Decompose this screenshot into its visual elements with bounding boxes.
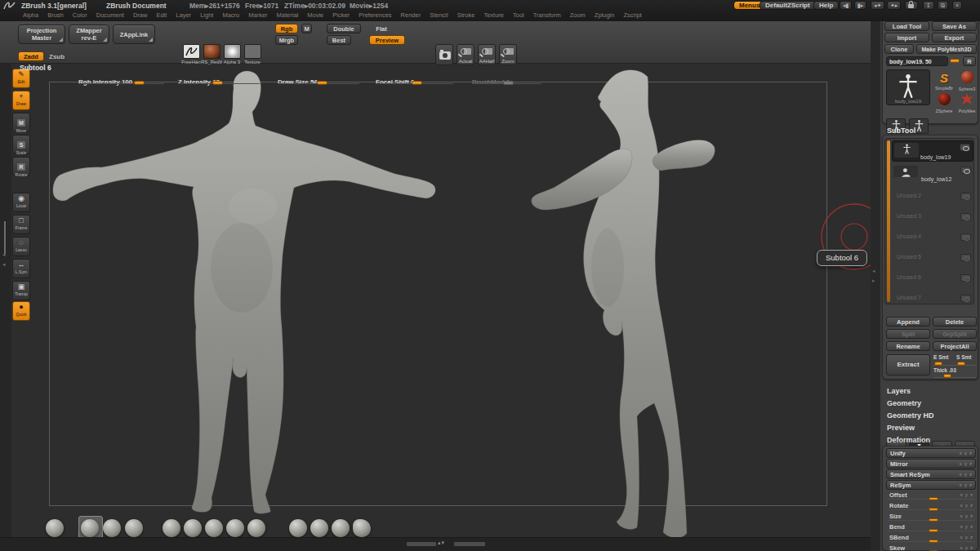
m-button[interactable]: M: [301, 24, 312, 33]
skew-slider[interactable]: Skew x y z: [886, 544, 976, 551]
menu-item-render[interactable]: Render: [401, 11, 421, 21]
right-tray-divider[interactable]: ◂ ▸: [871, 0, 880, 551]
slider-handle[interactable]: [950, 59, 960, 63]
slider-handle[interactable]: [503, 81, 514, 85]
divider-bar[interactable]: [454, 542, 485, 546]
subtool-section-header[interactable]: SubTool: [887, 127, 915, 135]
menu-item-edit[interactable]: Edit: [156, 11, 167, 21]
offset-slider[interactable]: Offset x y z: [886, 491, 976, 500]
menu-item-tool[interactable]: Tool: [513, 11, 524, 21]
axes-label[interactable]: x y z: [960, 472, 973, 477]
draw-size-slider[interactable]: Draw Size 56: [278, 73, 359, 84]
tool-simplebrush[interactable]: S SimpleBr: [933, 71, 955, 91]
axes-label[interactable]: x y z: [960, 535, 973, 540]
menu-item-document[interactable]: Document: [96, 11, 124, 21]
alpha-thumbnail[interactable]: [224, 44, 241, 59]
split-button[interactable]: Split: [886, 329, 930, 339]
tray-collapse-icon[interactable]: ◂: [872, 268, 875, 274]
frame-button[interactable]: □ Frame: [12, 215, 30, 234]
sculpt-viewport[interactable]: Subtool 6 Smooth Move Clay ClayTub Flatt…: [11, 64, 871, 537]
slider-handle[interactable]: [412, 81, 422, 85]
preview-button[interactable]: Preview: [369, 35, 405, 45]
subtool-item-unused-5[interactable]: Unused 5: [892, 247, 973, 265]
append-button[interactable]: Append: [886, 317, 930, 327]
geometry-hd-section-header[interactable]: Geometry HD: [887, 411, 934, 420]
zadd-button[interactable]: Zadd: [18, 51, 44, 61]
tool-name-slider[interactable]: body_low19. 50: [886, 56, 948, 66]
projection-master-button[interactable]: Projection Master: [18, 24, 65, 44]
slider-handle[interactable]: [957, 362, 965, 366]
menu-item-picker[interactable]: Picker: [332, 11, 350, 21]
size-slider[interactable]: Size x y z: [886, 512, 976, 522]
lasso-button[interactable]: ◌ Lasso: [12, 237, 30, 256]
slider-handle[interactable]: [929, 540, 938, 543]
subtool-item-body-low19[interactable]: body_low19: [892, 140, 973, 162]
slider-handle[interactable]: [929, 497, 938, 500]
menu-item-transform[interactable]: Transform: [533, 11, 561, 21]
texture-thumbnail[interactable]: [244, 44, 261, 59]
tray-expand-icon[interactable]: ▴▾: [438, 540, 445, 546]
help-button[interactable]: Help: [813, 1, 839, 10]
rgb-intensity-slider[interactable]: Rgb Intensity 100: [78, 73, 164, 84]
layers-section-header[interactable]: Layers: [887, 387, 911, 395]
subtool-scrollbar[interactable]: [887, 140, 890, 302]
double-button[interactable]: Double: [327, 24, 361, 33]
actual-button[interactable]: Actual: [457, 44, 474, 65]
menu-item-light[interactable]: Light: [200, 11, 213, 21]
menu-item-stencil[interactable]: Stencil: [430, 11, 448, 21]
slider-handle[interactable]: [943, 374, 951, 378]
menu-item-marker[interactable]: Marker: [248, 11, 267, 21]
rgb-button[interactable]: Rgb: [275, 24, 298, 33]
brush-strip-left-icon[interactable]: ◂✦: [871, 1, 884, 10]
sbend-slider[interactable]: SBend x y z: [886, 533, 976, 543]
delete-button[interactable]: Delete: [933, 317, 977, 327]
draw-mode-button[interactable]: + Draw: [12, 91, 30, 110]
tray-collapse-icon[interactable]: ◂: [2, 261, 6, 268]
brushmod-slider[interactable]: BrushMod 0: [472, 73, 541, 84]
deformation-section-header[interactable]: Deformation: [887, 436, 930, 444]
menu-item-stroke[interactable]: Stroke: [457, 11, 475, 21]
minimize-icon[interactable]: ↧: [923, 1, 934, 10]
slider-handle[interactable]: [929, 518, 938, 522]
left-tray-divider[interactable]: ◂ ◂: [0, 64, 11, 537]
export-button[interactable]: Export: [932, 33, 977, 42]
slider-handle[interactable]: [934, 362, 942, 366]
visibility-eye-icon[interactable]: [960, 254, 971, 261]
rotate-mode-button[interactable]: R Rotate: [12, 157, 30, 176]
menu-item-material[interactable]: Material: [277, 11, 299, 21]
preview-section-header[interactable]: Preview: [887, 424, 915, 432]
mirror-button[interactable]: Mirror x y z: [886, 459, 976, 469]
resym-button[interactable]: ReSym x y z: [886, 480, 976, 490]
menu-item-zscript[interactable]: Zscript: [623, 11, 642, 21]
subtool-item-unused-2[interactable]: Unused 2: [892, 186, 973, 204]
rotate-slider[interactable]: Rotate x y z: [886, 501, 976, 511]
menu-item-macro[interactable]: Macro: [222, 11, 239, 21]
save-as-button[interactable]: Save As: [932, 21, 977, 31]
menu-item-zoom[interactable]: Zoom: [570, 11, 586, 21]
best-button[interactable]: Best: [327, 35, 351, 45]
focal-shift-slider[interactable]: Focal Shift 0: [376, 73, 453, 84]
tool-sphere3d[interactable]: Sphere3: [956, 71, 978, 91]
bottom-tray-divider[interactable]: ▴▾: [0, 537, 880, 551]
restore-icon[interactable]: ⧉: [938, 1, 948, 10]
menu-item-alpha[interactable]: Alpha: [23, 11, 38, 21]
projectall-button[interactable]: ProjectAll: [933, 341, 977, 351]
axes-label[interactable]: x y z: [960, 482, 973, 487]
e-smt-slider[interactable]: E Smt: [933, 354, 948, 360]
snapshot-button[interactable]: [435, 44, 453, 65]
visibility-eye-icon[interactable]: [960, 213, 971, 220]
subtool-item-unused-3[interactable]: Unused 3: [892, 207, 973, 224]
zmapper-button[interactable]: ZMapper rev-E: [69, 24, 109, 44]
lsym-button[interactable]: ↔ L.Sym: [12, 259, 30, 278]
subtool-item-unused-7[interactable]: Unused 7: [892, 288, 973, 306]
axes-label[interactable]: x y z: [960, 545, 973, 550]
local-button[interactable]: ◉ Local: [12, 193, 30, 212]
visibility-eye-icon[interactable]: [960, 295, 971, 302]
zsub-button[interactable]: Zsub: [49, 53, 65, 60]
subtool-item-unused-4[interactable]: Unused 4: [892, 227, 973, 245]
import-button[interactable]: Import: [884, 33, 929, 42]
document-title[interactable]: ZBrush Document: [106, 2, 167, 10]
flat-button[interactable]: Flat: [369, 24, 394, 33]
subtool-item-body-low12[interactable]: body_low12: [892, 164, 973, 184]
subtool-item-unused-6[interactable]: Unused 6: [892, 268, 973, 286]
